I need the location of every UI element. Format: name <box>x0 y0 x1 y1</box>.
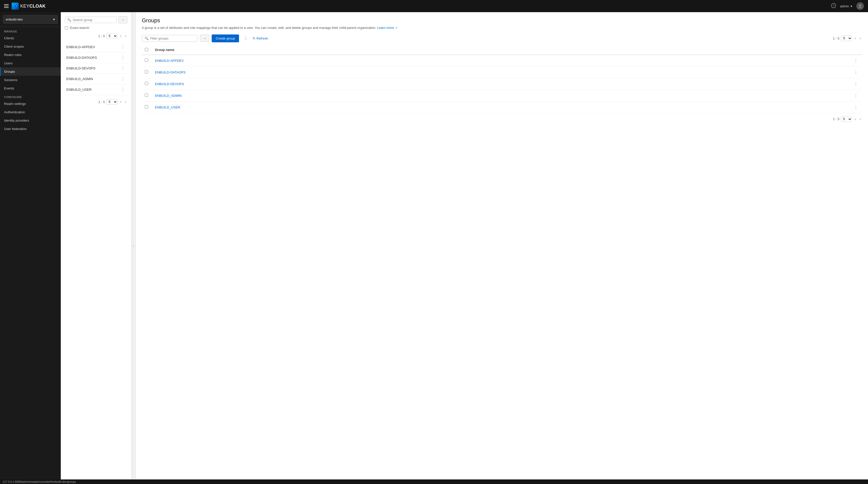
group-item-name: ENBUILD_USER <box>66 88 120 91</box>
user-menu[interactable]: admin ▾ <box>840 4 852 8</box>
td-group-name: ENBUILD_ADMIN <box>152 90 685 102</box>
list-item[interactable]: ENBUILD-APPDEV ⋮ <box>65 42 127 53</box>
row-actions-button[interactable]: ⋮ <box>853 58 859 64</box>
sidebar-item-realm-settings[interactable]: Realm settings <box>0 99 61 108</box>
row-actions-button[interactable]: ⋮ <box>853 105 859 110</box>
row-actions-button[interactable]: ⋮ <box>853 93 859 98</box>
refresh-icon: ↻ <box>253 36 255 40</box>
hamburger-menu[interactable] <box>4 4 9 8</box>
toolbar-next-icon[interactable]: › <box>859 35 862 41</box>
exact-search-checkbox[interactable] <box>65 26 68 29</box>
groups-toolbar: 🔍 → Create group ⋮ ↻ Refresh 1 - 5 51020… <box>142 34 862 42</box>
group-item-menu-button[interactable]: ⋮ <box>120 55 126 61</box>
row-actions-button[interactable]: ⋮ <box>853 69 859 75</box>
create-group-button[interactable]: Create group <box>212 34 239 42</box>
td-actions: ⋮ <box>685 102 862 113</box>
bottom-pagination-select[interactable]: 51020 <box>841 116 852 122</box>
status-bar: 127.0.0.1:8080/admin/master/console/#/en… <box>0 479 868 484</box>
filter-arrow-button[interactable]: → <box>200 35 209 42</box>
td-checkbox <box>142 102 152 113</box>
svg-point-4 <box>859 5 861 7</box>
bottom-pagination: 1 - 5 51020 ‹ › <box>142 113 862 125</box>
th-select-all <box>142 45 152 55</box>
page-description: A group is a set of attributes and role … <box>142 25 862 30</box>
sidebar-item-events[interactable]: Events <box>0 84 61 92</box>
navbar: KEYCLOAK ? admin ▾ <box>0 0 868 12</box>
left-panel-next-icon[interactable]: › <box>124 33 127 39</box>
row-checkbox[interactable] <box>145 82 148 85</box>
sidebar-item-identity-providers[interactable]: Identity providers <box>0 116 61 125</box>
left-panel-pagination-top: 1 - 5 51020 ‹ › <box>65 32 127 40</box>
group-item-menu-button[interactable]: ⋮ <box>120 87 126 92</box>
td-checkbox <box>142 66 152 78</box>
row-checkbox[interactable] <box>145 59 148 62</box>
td-group-name: ENBUILD-DEVOPS <box>152 78 685 90</box>
group-link[interactable]: ENBUILD-DATAOPS <box>155 70 186 74</box>
group-link[interactable]: ENBUILD_USER <box>155 106 180 109</box>
row-actions-button[interactable]: ⋮ <box>853 81 859 87</box>
left-panel: 🔍 → Exact search 1 - 5 51020 ‹ › ENBUILD <box>61 12 132 479</box>
refresh-button[interactable]: ↻ Refresh <box>253 36 268 40</box>
sidebar-item-clients[interactable]: Clients <box>0 34 61 42</box>
td-checkbox <box>142 90 152 102</box>
exact-search-label: Exact search <box>70 26 89 30</box>
left-panel-pagination-select[interactable]: 51020 <box>106 33 118 39</box>
search-group-input[interactable] <box>73 18 115 22</box>
left-panel-prev-icon-bottom[interactable]: ‹ <box>119 99 122 105</box>
select-all-checkbox[interactable] <box>145 48 148 51</box>
main-layout: enbuild-dev ▾ Manage Clients Client scop… <box>0 12 868 479</box>
left-panel-pagination-bottom: 1 - 5 51020 ‹ › <box>65 98 127 106</box>
group-item-name: ENBUILD-DATAOPS <box>66 56 120 60</box>
table-row: ENBUILD-DEVOPS ⋮ <box>142 78 862 90</box>
avatar[interactable] <box>856 2 864 10</box>
left-panel-prev-icon[interactable]: ‹ <box>119 33 122 39</box>
sidebar-item-users[interactable]: Users <box>0 59 61 67</box>
sidebar-item-sessions[interactable]: Sessions <box>0 76 61 84</box>
navbar-left: KEYCLOAK <box>4 3 45 10</box>
group-link[interactable]: ENBUILD_ADMIN <box>155 94 182 97</box>
left-panel-pagination-label: 1 - 5 <box>98 34 105 38</box>
groups-table: Group name ENBUILD-APPDEV ⋮ <box>142 45 862 113</box>
left-panel-pagination-select-bottom[interactable]: 51020 <box>106 99 118 105</box>
toolbar-pagination-select[interactable]: 51020 <box>841 35 852 41</box>
group-item-menu-button[interactable]: ⋮ <box>120 44 126 50</box>
realm-selector[interactable]: enbuild-dev ▾ <box>0 12 61 27</box>
table-header-row: Group name <box>142 45 862 55</box>
search-arrow-button[interactable]: → <box>118 16 127 23</box>
navbar-right: ? admin ▾ <box>831 2 864 10</box>
bottom-next-icon[interactable]: › <box>859 116 862 122</box>
logo-text: KEYCLOAK <box>20 4 45 9</box>
list-item[interactable]: ENBUILD-DATAOPS ⋮ <box>65 53 127 63</box>
learn-more-link[interactable]: Learn more ↗ <box>377 26 397 30</box>
bottom-prev-icon[interactable]: ‹ <box>854 116 857 122</box>
left-panel-next-icon-bottom[interactable]: › <box>124 99 127 105</box>
row-checkbox[interactable] <box>145 93 148 97</box>
table-row: ENBUILD_USER ⋮ <box>142 102 862 113</box>
list-item[interactable]: ENBUILD-DEVOPS ⋮ <box>65 63 127 74</box>
sidebar-item-user-federation[interactable]: User federation <box>0 125 61 133</box>
page-title: Groups <box>142 17 862 24</box>
collapse-handle[interactable]: ‹ <box>132 12 136 479</box>
table-body: ENBUILD-APPDEV ⋮ ENBUILD-DATAOPS <box>142 55 862 113</box>
th-group-name: Group name <box>152 45 685 55</box>
group-item-menu-button[interactable]: ⋮ <box>120 76 126 82</box>
filter-groups-input[interactable] <box>150 36 195 40</box>
sidebar-item-groups[interactable]: Groups <box>0 67 61 76</box>
group-link[interactable]: ENBUILD-APPDEV <box>155 59 184 63</box>
sidebar-item-client-scopes[interactable]: Client scopes <box>0 42 61 51</box>
toolbar-prev-icon[interactable]: ‹ <box>854 35 857 41</box>
td-actions: ⋮ <box>685 55 862 67</box>
help-icon[interactable]: ? <box>831 3 836 9</box>
sidebar-item-authentication[interactable]: Authentication <box>0 108 61 116</box>
list-item[interactable]: ENBUILD_USER ⋮ <box>65 84 127 95</box>
row-checkbox[interactable] <box>145 105 148 109</box>
td-group-name: ENBUILD-DATAOPS <box>152 66 685 78</box>
group-item-menu-button[interactable]: ⋮ <box>120 65 126 71</box>
group-link[interactable]: ENBUILD-DEVOPS <box>155 82 184 86</box>
sidebar-item-realm-roles[interactable]: Realm roles <box>0 51 61 59</box>
groups-more-options-button[interactable]: ⋮ <box>242 34 250 42</box>
filter-search-wrap: 🔍 <box>142 35 197 42</box>
row-checkbox[interactable] <box>145 70 148 74</box>
realm-dropdown[interactable]: enbuild-dev ▾ <box>3 15 58 24</box>
list-item[interactable]: ENBUILD_ADMIN ⋮ <box>65 74 127 84</box>
